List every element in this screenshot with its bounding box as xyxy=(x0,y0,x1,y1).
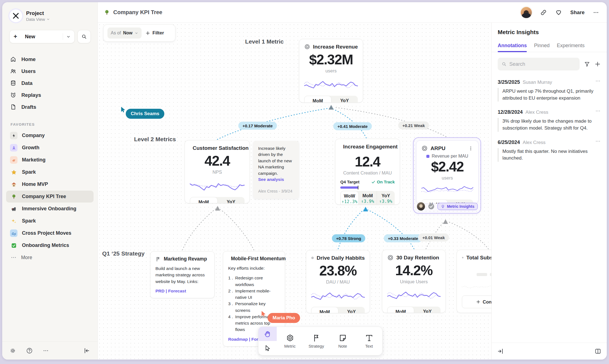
tab-pinned[interactable]: Pinned xyxy=(534,43,550,52)
forecast-link[interactable]: Forecast xyxy=(168,289,186,293)
project-switcher[interactable]: Project Data View xyxy=(2,2,97,25)
see-analysis-link[interactable]: See analysis xyxy=(258,177,284,182)
sidebar-nav: Home Users Data Replays Drafts xyxy=(2,46,97,113)
favorite-item-cross-project-moves[interactable]: Cross Project Moves xyxy=(6,227,94,239)
sidebar-item-home[interactable]: Home xyxy=(6,53,94,65)
stat-yoy: YoY↑3.9% xyxy=(377,191,395,205)
sidebar-item-label: Replays xyxy=(21,92,41,98)
metric-goal-icon xyxy=(421,145,428,151)
favorite-item-company[interactable]: Company xyxy=(6,130,94,141)
star-icon xyxy=(10,168,17,176)
annotation-note-card[interactable]: Increase likely driven by the launch of … xyxy=(253,141,299,199)
collaborator-cursor-label: Maria Pho xyxy=(268,313,300,323)
search-button[interactable] xyxy=(77,30,91,43)
drafts-icon xyxy=(10,104,16,110)
user-avatar[interactable] xyxy=(520,6,532,19)
arrowhead-icon xyxy=(443,219,448,224)
annotation-menu-icon[interactable] xyxy=(595,78,601,84)
metric-insights-button[interactable]: Metric Insights xyxy=(437,203,478,210)
annotation-item[interactable]: 12/28/2024 Alex Cress 3% drop likely due… xyxy=(492,102,607,132)
connector-pill[interactable]: +0.21 Weak xyxy=(398,122,429,130)
plus-icon: + xyxy=(14,33,17,40)
note-tool-button[interactable]: Note xyxy=(329,327,356,355)
split-view-button[interactable] xyxy=(595,348,601,355)
ellipsis-icon xyxy=(11,254,17,261)
annotation-item[interactable]: 6/25/2024 Alex Cress Mostly flat this qu… xyxy=(492,132,607,162)
tab-experiments[interactable]: Experiments xyxy=(557,43,585,52)
copy-link-button[interactable] xyxy=(540,9,547,16)
data-icon xyxy=(10,80,16,86)
connector-pill[interactable]: +0.33 Moderate xyxy=(384,234,422,242)
connector-pill[interactable]: +0.17 Moderate xyxy=(238,122,277,130)
sidebar-more-button[interactable]: More xyxy=(2,252,97,263)
metric-card-customer-satisfaction[interactable]: Customer Satisfaction 42.4 NPS MoM↓1.3% … xyxy=(185,140,250,203)
favorite-item-spark-2[interactable]: Spark xyxy=(6,215,94,227)
metric-card-arpu-selected[interactable]: ARPU Revenue per MAU $2.42 users MoM↑27.… xyxy=(413,137,481,214)
metric-card-30-day-retention[interactable]: 30 Day Retention 14.2% Unique Users MoM↑… xyxy=(382,250,446,313)
settings-button[interactable] xyxy=(9,347,16,354)
header-more-button[interactable] xyxy=(593,9,599,16)
text-tool-button[interactable]: Text xyxy=(356,327,382,355)
metric-goal-icon xyxy=(311,255,314,261)
kebab-menu-icon[interactable] xyxy=(468,146,473,151)
strategy-card-marketing-revamp[interactable]: Marketing Revamp Build and launch a new … xyxy=(150,251,215,298)
search-input[interactable] xyxy=(509,61,576,67)
annotations-search[interactable] xyxy=(498,58,580,70)
q4-progress-fill xyxy=(340,186,358,189)
chevron-down-icon[interactable] xyxy=(66,35,71,39)
filter-button[interactable]: Filter xyxy=(145,30,164,36)
bolt-icon xyxy=(10,132,17,139)
users-icon xyxy=(10,68,16,74)
metric-card-increase-revenue[interactable]: Increase Revenue $2.32M users MoM↑4.8% Y… xyxy=(299,39,363,103)
add-annotation-button[interactable] xyxy=(595,61,601,67)
connector-pill[interactable]: +0.78 Strong xyxy=(332,234,365,242)
filter-annotations-button[interactable] xyxy=(584,61,590,67)
sparkline-chart xyxy=(304,75,358,93)
annotation-menu-icon[interactable] xyxy=(595,138,601,144)
project-view-selector[interactable]: Data View xyxy=(26,17,50,22)
level-2-label: Level 2 Metrics xyxy=(134,136,176,143)
sidebar-item-drafts[interactable]: Drafts xyxy=(6,101,94,113)
favorite-item-company-kpi-tree[interactable]: Company KPI Tree xyxy=(6,191,94,203)
new-button[interactable]: + New xyxy=(9,30,75,43)
select-tool-button[interactable] xyxy=(258,341,277,355)
metric-tool-button[interactable]: Metric xyxy=(277,327,303,355)
strategy-tool-button[interactable]: Strategy xyxy=(303,327,329,355)
board-title-text: Company KPI Tree xyxy=(113,9,162,16)
annotation-menu-icon[interactable] xyxy=(595,108,601,114)
favorite-item-home-mvp[interactable]: Home MVP xyxy=(6,178,94,190)
metric-card-arpu[interactable]: ARPU Revenue per MAU $2.42 users MoM↑27.… xyxy=(416,140,479,204)
metric-insights-panel: Metric Insights Annotations Pinned Exper… xyxy=(491,23,607,360)
strategy-list: Redesign core workflows Implement mobile… xyxy=(228,275,280,333)
hand-tool-button[interactable] xyxy=(258,327,277,341)
funnel-icon xyxy=(584,61,590,67)
split-panel-icon xyxy=(595,348,601,355)
metric-card-drive-daily-habbits[interactable]: Drive Daily Habbits 23.8% DAU / MAU MoM↑… xyxy=(306,250,370,313)
roadmap-link[interactable]: Roadmap xyxy=(228,337,248,342)
sparkline-chart xyxy=(311,286,365,304)
favorite-item-onboarding-metrics[interactable]: Onboarding Metrics xyxy=(6,239,94,251)
connector-pill[interactable]: +0.41 Moderate xyxy=(333,122,372,130)
favorite-item-label: Home MVP xyxy=(22,181,48,187)
share-button[interactable]: Share xyxy=(570,9,585,16)
sidebar-item-replays[interactable]: Replays xyxy=(6,89,94,101)
check-icon xyxy=(10,242,17,249)
sidebar-item-users[interactable]: Users xyxy=(6,65,94,77)
collapse-sidebar-button[interactable] xyxy=(84,347,90,354)
prd-link[interactable]: PRD xyxy=(155,289,165,293)
tab-annotations[interactable]: Annotations xyxy=(498,43,527,52)
assignee-avatar[interactable] xyxy=(417,202,425,211)
annotation-item[interactable]: 3/25/2025 Susan Murray ARPU went up 7% t… xyxy=(492,72,607,102)
as-of-selector[interactable]: As of Now xyxy=(107,27,142,39)
help-button[interactable] xyxy=(26,347,33,354)
favorite-item-immersive-onboarding[interactable]: Immersive Onboarding xyxy=(6,203,94,215)
sidebar-more-actions-button[interactable] xyxy=(43,348,49,354)
favorite-item-spark[interactable]: Spark xyxy=(6,166,94,178)
metric-card-increase-engagement[interactable]: Increase Engagement 12.4 Content Creatio… xyxy=(335,139,400,205)
sidebar-item-data[interactable]: Data xyxy=(6,77,94,89)
collapse-panel-button[interactable] xyxy=(497,348,504,355)
favorite-item-marketing[interactable]: Marketing xyxy=(6,154,94,166)
favorite-button[interactable] xyxy=(555,9,562,16)
favorite-item-growth[interactable]: Growth xyxy=(6,142,94,154)
connector-pill[interactable]: +0.01 Weak xyxy=(418,234,449,242)
